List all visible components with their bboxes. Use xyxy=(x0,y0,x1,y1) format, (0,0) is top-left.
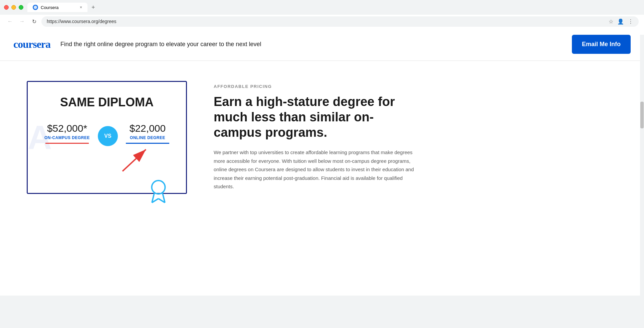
scrollbar-thumb[interactable] xyxy=(640,102,644,128)
red-arrow-svg xyxy=(116,146,156,173)
diploma-comparison: $52,000* ON-CAMPUS DEGREE VS $22,000 ONL… xyxy=(44,123,169,146)
badge-icon-area xyxy=(149,180,168,205)
online-label: ONLINE DEGREE xyxy=(130,135,165,140)
arrow-area xyxy=(44,146,169,173)
online-option: $22,000 ONLINE DEGREE xyxy=(126,123,169,144)
maximize-button[interactable] xyxy=(19,5,23,10)
traffic-lights xyxy=(4,5,23,10)
close-button[interactable] xyxy=(4,5,9,10)
tab-favicon-icon xyxy=(33,5,38,10)
coursera-logo[interactable]: coursera xyxy=(13,38,50,50)
tab-close-button[interactable]: × xyxy=(80,5,82,10)
browser-titlebar: Coursera × + xyxy=(0,0,644,15)
back-button[interactable]: ← xyxy=(5,17,15,26)
address-bar[interactable]: https://www.coursera.org/degrees ☆ 👤 ⋮ xyxy=(41,16,639,27)
online-price: $22,000 xyxy=(130,123,166,134)
main-content: A SAME DIPLOMA $52,000* ON-CAMPUS DEGREE… xyxy=(0,61,644,214)
section-heading: Earn a high-stature degree for much less… xyxy=(214,94,414,140)
url-text: https://www.coursera.org/degrees xyxy=(47,19,117,24)
on-campus-label: ON-CAMPUS DEGREE xyxy=(44,135,90,140)
browser-chrome: Coursera × + ← → ↻ https://www.coursera.… xyxy=(0,0,644,28)
address-icons: ☆ 👤 ⋮ xyxy=(609,18,633,25)
section-body: We partner with top universities to crea… xyxy=(214,148,414,191)
forward-button[interactable]: → xyxy=(17,17,27,26)
vs-label: VS xyxy=(104,133,111,139)
online-underline xyxy=(126,143,169,144)
webpage: coursera Find the right online degree pr… xyxy=(0,28,644,296)
new-tab-button[interactable]: + xyxy=(89,3,98,12)
tab-bar: Coursera × + xyxy=(27,3,640,12)
on-campus-option: $52,000* ON-CAMPUS DEGREE xyxy=(44,123,90,144)
right-content: AFFORDABLE PRICING Earn a high-stature d… xyxy=(214,84,414,191)
address-bar-row: ← → ↻ https://www.coursera.org/degrees ☆… xyxy=(0,15,644,28)
email-me-info-button[interactable]: Email Me Info xyxy=(572,35,631,54)
on-campus-price: $52,000* xyxy=(47,123,87,134)
minimize-button[interactable] xyxy=(11,5,16,10)
svg-point-0 xyxy=(34,6,37,9)
tab-title: Coursera xyxy=(41,5,58,10)
menu-icon[interactable]: ⋮ xyxy=(628,18,633,25)
vs-circle: VS xyxy=(98,126,118,146)
section-tag: AFFORDABLE PRICING xyxy=(214,84,414,89)
user-icon[interactable]: 👤 xyxy=(617,18,624,25)
badge-svg xyxy=(149,180,168,203)
diploma-card: A SAME DIPLOMA $52,000* ON-CAMPUS DEGREE… xyxy=(27,81,187,194)
site-banner: coursera Find the right online degree pr… xyxy=(0,28,644,61)
bookmark-icon[interactable]: ☆ xyxy=(609,18,613,25)
on-campus-underline xyxy=(45,143,89,144)
svg-point-3 xyxy=(152,181,165,194)
refresh-button[interactable]: ↻ xyxy=(29,17,39,26)
diploma-card-title: SAME DIPLOMA xyxy=(44,95,169,109)
svg-line-2 xyxy=(123,149,146,171)
banner-tagline: Find the right online degree program to … xyxy=(60,41,572,48)
active-tab[interactable]: Coursera × xyxy=(27,3,87,12)
scrollbar[interactable] xyxy=(640,35,644,296)
